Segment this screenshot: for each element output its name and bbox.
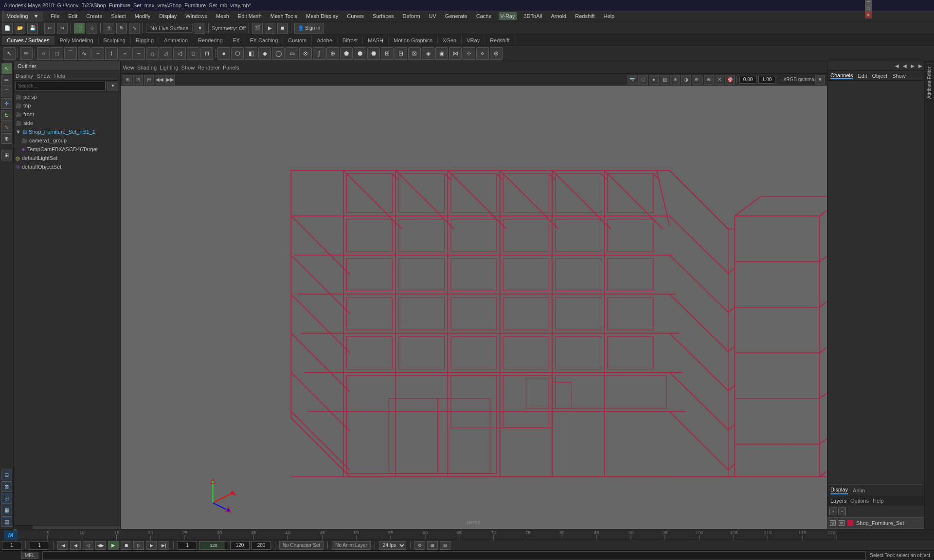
maximize-button[interactable]: □ — [865, 5, 872, 12]
stop-button[interactable]: ⏹ — [277, 23, 288, 34]
anim-end-input[interactable] — [251, 541, 271, 550]
select-icon[interactable]: ↖ — [3, 47, 16, 60]
lt-stack1[interactable]: ⊟ — [1, 470, 12, 480]
obj3d-1[interactable]: ⬟ — [340, 47, 353, 60]
fps-dropdown[interactable]: 24 fps 30 fps 60 fps — [379, 541, 406, 550]
undo-button[interactable]: ↩ — [44, 23, 55, 34]
outliner-search-input[interactable] — [16, 82, 106, 90]
vp-icon-smooth[interactable]: ● — [649, 75, 659, 85]
vp-icon-texture[interactable]: ▨ — [660, 75, 669, 85]
curve3-icon[interactable]: ⌇ — [105, 47, 118, 60]
obj3d-10[interactable]: ⊹ — [463, 47, 475, 60]
open-scene-button[interactable]: 📂 — [15, 23, 25, 34]
lt-stack4[interactable]: ▦ — [1, 505, 12, 515]
redo-button[interactable]: ↪ — [57, 23, 68, 34]
no-character-set-button[interactable]: No Character Set — [279, 541, 323, 550]
ol-item-default-object-set[interactable]: ◎ defaultObjectSet — [14, 162, 120, 171]
vp-icon-frame[interactable]: ⊡ — [133, 75, 143, 85]
vp-value-2[interactable] — [758, 76, 775, 84]
no-live-surface-label[interactable]: No Live Surface — [146, 24, 193, 33]
ol-item-side[interactable]: 🎥 side — [14, 119, 120, 127]
layers-submenu[interactable]: Layers — [830, 498, 846, 504]
lt-paint[interactable]: ✏ — [1, 75, 12, 86]
outliner-menu-display[interactable]: Display — [16, 73, 33, 79]
tab-anim[interactable]: Anim — [853, 488, 865, 493]
menu-surfaces[interactable]: Surfaces — [371, 12, 395, 20]
tab-rigging[interactable]: Rigging — [131, 36, 159, 45]
modeling-dropdown[interactable]: Modeling ▼ — [2, 11, 43, 21]
vp-menu-renderer[interactable]: Renderer — [198, 65, 220, 70]
vp-icon-camera-icon[interactable]: 🎯 — [725, 75, 735, 85]
play-button[interactable]: ▶ — [265, 23, 275, 34]
vp-icon-xray[interactable]: ✕ — [715, 75, 724, 85]
vp-icon-cam-select[interactable]: 📷 — [628, 75, 637, 85]
tab-xgen[interactable]: XGen — [438, 36, 462, 45]
sign-in-button[interactable]: 👤 Sign In — [294, 23, 323, 34]
outliner-scrollbar-h[interactable] — [33, 525, 120, 529]
current-frame-input[interactable] — [2, 541, 21, 550]
arc-icon[interactable]: ⌒ — [64, 47, 77, 60]
tab-bifrost[interactable]: Bifrost — [338, 36, 363, 45]
frame-sub-input[interactable] — [30, 541, 49, 550]
lt-move[interactable]: ✛ — [1, 98, 12, 109]
vp-menu-shading[interactable]: Shading — [137, 65, 157, 70]
lasso-select-button[interactable]: ⊹ — [87, 23, 97, 34]
go-start-button[interactable]: |◀ — [57, 541, 68, 550]
curve4-icon[interactable]: ⌢ — [119, 47, 131, 60]
layer-new-button[interactable]: + — [829, 508, 837, 515]
menu-generate[interactable]: Generate — [443, 12, 469, 20]
minimize-button[interactable]: ─ — [865, 0, 872, 5]
menu-vray[interactable]: V-Ray — [499, 12, 517, 20]
obj3d-4[interactable]: ⊞ — [381, 47, 394, 60]
menu-uv[interactable]: UV — [427, 12, 438, 20]
tab-animation[interactable]: Animation — [159, 36, 193, 45]
playback-range-bar[interactable]: 120 — [199, 541, 228, 550]
layer-visibility[interactable]: V — [830, 520, 836, 526]
box-icon[interactable]: ⬡ — [231, 47, 244, 60]
next-frame-button[interactable]: ▶ — [146, 541, 157, 550]
menu-edit-mesh[interactable]: Edit Mesh — [236, 12, 264, 20]
vp-menu-panels[interactable]: Panels — [223, 65, 239, 70]
squiggle-icon[interactable]: ∫ — [313, 47, 325, 60]
obj3d-11[interactable]: ⋄ — [476, 47, 489, 60]
paint-icon[interactable]: ✏ — [20, 47, 33, 60]
new-scene-button[interactable]: 📄 — [2, 23, 13, 34]
live-surface-arrow[interactable]: ▼ — [195, 23, 205, 34]
spiral-icon[interactable]: ⊕ — [326, 47, 339, 60]
tab-curves-surfaces[interactable]: Curves / Surfaces — [2, 36, 54, 45]
ol-item-tempcam[interactable]: ✳ TempCamFBXASCD46Target — [14, 145, 120, 154]
playback-end-input[interactable] — [230, 541, 250, 550]
gamma-dropdown[interactable]: ▼ — [815, 75, 825, 85]
layer-color-swatch[interactable] — [847, 520, 853, 526]
render-settings-button[interactable]: 🎬 — [252, 23, 263, 34]
curve6-icon[interactable]: ⌂ — [146, 47, 159, 60]
rp-tab-object[interactable]: Object — [872, 73, 887, 79]
menu-cache[interactable]: Cache — [474, 12, 494, 20]
vp-icon-wireframe[interactable]: ⬡ — [638, 75, 648, 85]
vp-value-1[interactable] — [739, 76, 756, 84]
tab-custom[interactable]: Custom — [283, 36, 312, 45]
vp-icon-ao[interactable]: ⊕ — [692, 75, 701, 85]
plane-icon[interactable]: ◧ — [245, 47, 257, 60]
lt-stack5[interactable]: ▤ — [1, 516, 12, 527]
menu-edit[interactable]: Edit — [66, 12, 79, 20]
outliner-menu-show[interactable]: Show — [37, 73, 51, 79]
rp-icon-1[interactable]: ◀ — [895, 63, 899, 69]
outliner-search-options[interactable]: ▼ — [108, 82, 118, 90]
menu-display[interactable]: Display — [157, 12, 179, 20]
lt-scale[interactable]: ⤡ — [1, 122, 12, 132]
scale-tool-button[interactable]: ⤡ — [129, 23, 140, 34]
settings-button-3[interactable]: ⊟ — [440, 541, 450, 550]
next-key-button[interactable]: ▷ — [133, 541, 144, 550]
ol-item-shop-set[interactable]: ▼ ⊞ Shop_Furniture_Set_ncl1_1 — [14, 127, 120, 136]
obj3d-12[interactable]: ⊛ — [490, 47, 503, 60]
settings-button-2[interactable]: ⊞ — [427, 541, 438, 550]
vp-menu-show[interactable]: Show — [181, 65, 195, 70]
layer-p[interactable]: P — [839, 520, 844, 526]
mel-label[interactable]: MEL — [21, 552, 38, 559]
ol-item-default-light-set[interactable]: ◎ defaultLightSet — [14, 154, 120, 162]
select-tool-button[interactable]: ⬚ — [74, 23, 85, 34]
obj3d-3[interactable]: ⬣ — [367, 47, 380, 60]
vp-icon-grid[interactable]: ⊟ — [144, 75, 154, 85]
save-scene-button[interactable]: 💾 — [27, 23, 38, 34]
